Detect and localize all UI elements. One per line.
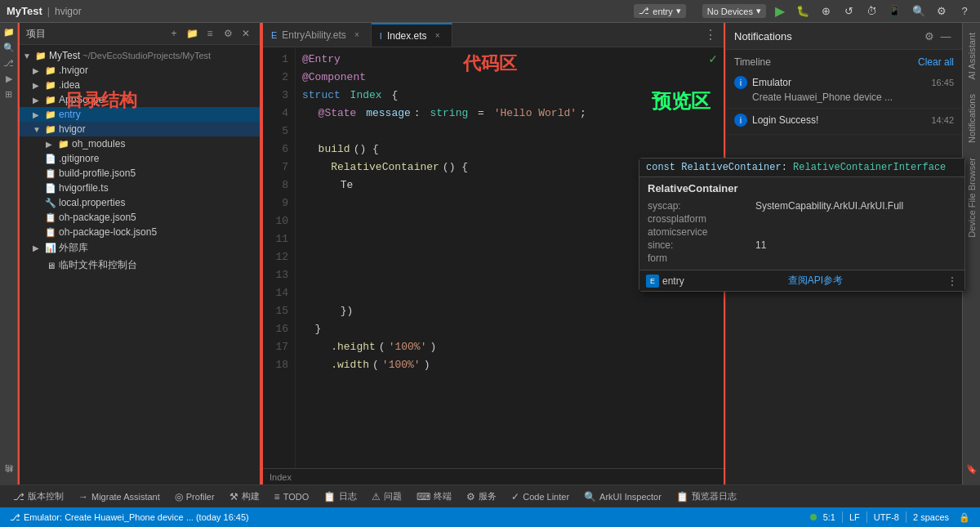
status-indent[interactable]: 2 spaces — [910, 509, 952, 525]
tree-root[interactable]: ▼ 📁 MyTest ~/DevEcoStudioProjects/MyTest — [20, 48, 260, 63]
status-dot-icon — [810, 514, 817, 520]
autocomplete-row-atomicservice: atomicservice — [648, 226, 956, 239]
device-entry-label: entry — [653, 7, 672, 16]
bottom-tool-build[interactable]: ⚒ 构建 — [223, 489, 266, 504]
app-title: MyTest — [7, 5, 42, 17]
list-item[interactable]: ▶ 📁 entry — [20, 107, 260, 122]
status-line-ending[interactable]: LF — [846, 509, 863, 525]
notif-item-header-emulator: i Emulator 16:45 — [734, 76, 954, 89]
profiler-icon: ◎ — [175, 491, 183, 502]
add-folder-button[interactable]: 📁 — [185, 26, 199, 41]
autocomplete-more-button[interactable]: ⋮ — [947, 275, 958, 288]
editor-bottom-label: Index — [263, 468, 724, 485]
git-side-icon[interactable]: ⎇ — [2, 56, 16, 70]
device-selector[interactable]: ⎇ entry ▾ — [634, 4, 685, 18]
status-emulator-info[interactable]: ⎇ Emulator: Create Huawei_Phone device .… — [7, 509, 252, 525]
bottom-tool-terminal[interactable]: ⌨ 终端 — [410, 489, 458, 504]
bottom-tool-problems[interactable]: ⚠ 问题 — [365, 489, 408, 504]
status-lock-icon[interactable]: 🔒 — [956, 509, 973, 525]
no-devices-selector[interactable]: No Devices ▾ — [702, 4, 766, 18]
list-item[interactable]: ▶ 🖥 临时文件和控制台 — [20, 257, 260, 274]
list-item[interactable]: ▶ 📋 oh-package.json5 — [20, 210, 260, 225]
editor-more-button[interactable]: ⋮ — [697, 27, 724, 42]
title-bar-left: MyTest | hvigor ⎇ entry ▾ No Devices ▾ ▶… — [7, 2, 903, 20]
reload-button[interactable]: ↺ — [840, 2, 858, 20]
notif-clear-all-button[interactable]: Clear all — [918, 56, 954, 68]
arkui-label: ArkUI Inspector — [599, 492, 662, 502]
bottom-tool-version[interactable]: ⎇ 版本控制 — [7, 489, 70, 504]
list-item[interactable]: ▶ 📁 oh_modules — [20, 136, 260, 151]
run-side-icon[interactable]: ▶ — [2, 71, 16, 86]
settings-button[interactable]: ⚙ — [933, 2, 951, 20]
code-line-2: @Component — [302, 69, 717, 87]
code-line-4: @State message: string = 'Hello World'; — [302, 105, 717, 123]
tab-entry-ability[interactable]: E EntryAbility.ets × — [263, 23, 372, 47]
close-tab-index[interactable]: × — [432, 30, 443, 42]
bottom-tool-services[interactable]: ⚙ 服务 — [460, 489, 503, 504]
file-explorer-icon[interactable]: 📁 — [2, 25, 16, 39]
title-bar: MyTest | hvigor ⎇ entry ▾ No Devices ▾ ▶… — [0, 0, 980, 23]
list-item[interactable]: ▶ 📋 build-profile.json5 — [20, 166, 260, 181]
list-item[interactable]: ▶ 📁 AppScope — [20, 92, 260, 107]
build-icon: ⚒ — [229, 491, 238, 502]
extensions-side-icon[interactable]: ⊞ — [2, 87, 16, 101]
notif-title-emulator: Emulator — [752, 77, 926, 88]
tab-index[interactable]: I Index.ets × — [372, 23, 452, 47]
list-item[interactable]: ▶ 📄 hvigorfile.ts — [20, 181, 260, 195]
attach-button[interactable]: ⊕ — [817, 2, 835, 20]
notif-item-emulator[interactable]: i Emulator 16:45 Create Huawei_Phone dev… — [726, 71, 962, 109]
bottom-tool-preview-log[interactable]: 📋 预览器日志 — [670, 489, 743, 504]
close-tree-button[interactable]: ✕ — [238, 26, 253, 41]
status-encoding[interactable]: UTF-8 — [871, 509, 902, 525]
ai-assistant-tab[interactable]: AI Assistant — [965, 26, 978, 86]
list-item[interactable]: ▶ 📊 外部库 — [20, 239, 260, 257]
code-line-17: .height('100%') — [302, 338, 717, 356]
settings-tree-button[interactable]: ⚙ — [220, 26, 235, 41]
migrate-label: Migrate Assistant — [91, 492, 160, 502]
preview-log-icon: 📋 — [676, 491, 688, 502]
bottom-tool-profiler[interactable]: ◎ Profiler — [168, 489, 221, 504]
list-item[interactable]: ▶ 📁 .idea — [20, 78, 260, 92]
profile-button[interactable]: ⏱ — [862, 2, 880, 20]
chevron-down-icon: ▾ — [676, 6, 681, 16]
version-icon: ⎇ — [13, 491, 24, 502]
debug-button[interactable]: 🐛 — [794, 2, 812, 20]
bookmarks-tab[interactable]: 🔖 — [964, 458, 979, 481]
notifications-side-tab[interactable]: Notifications — [965, 87, 978, 150]
profiler-label: Profiler — [186, 492, 215, 502]
bottom-tool-arkui[interactable]: 🔍 ArkUI Inspector — [577, 489, 668, 504]
notif-time-login: 14:42 — [931, 115, 954, 125]
device-manager-button[interactable]: 📱 — [885, 2, 903, 20]
run-button[interactable]: ▶ — [771, 2, 789, 20]
close-tab-entry[interactable]: × — [351, 29, 363, 41]
list-item[interactable]: ▶ 📋 oh-package-lock.json5 — [20, 225, 260, 239]
notif-item-login[interactable]: i Login Success! 14:42 — [726, 109, 962, 135]
bottom-tool-todo[interactable]: ≡ TODO — [268, 489, 316, 504]
title-bar-right: 🔍 ⚙ ? — [910, 2, 973, 20]
notifications-close-button[interactable]: — — [938, 28, 954, 44]
search-side-icon[interactable]: 🔍 — [2, 40, 16, 55]
structure-tab[interactable]: 结构 — [2, 475, 16, 485]
terminal-label: 终端 — [434, 490, 452, 502]
bottom-tool-log[interactable]: 📋 日志 — [317, 489, 363, 504]
api-reference-link[interactable]: 查阅API参考 — [788, 274, 843, 288]
help-button[interactable]: ? — [956, 2, 973, 20]
autocomplete-title: RelativeContainer — [648, 182, 956, 194]
autocomplete-entry-text: entry — [662, 275, 684, 287]
notifications-settings-button[interactable]: ⚙ — [921, 28, 938, 44]
code-line-18: .width('100%') — [302, 356, 717, 374]
notifications-header: Notifications ⚙ — — [726, 23, 962, 50]
file-tree-content: ▼ 📁 MyTest ~/DevEcoStudioProjects/MyTest… — [20, 45, 260, 485]
add-file-button[interactable]: + — [167, 26, 181, 41]
list-item[interactable]: ▶ 📁 .hvigor — [20, 63, 260, 78]
bottom-tool-migrate[interactable]: → Migrate Assistant — [72, 489, 167, 504]
list-item[interactable]: ▶ 📄 .gitignore — [20, 151, 260, 166]
device-file-browser-tab[interactable]: Device File Browser — [965, 151, 978, 244]
search-button[interactable]: 🔍 — [910, 2, 928, 20]
list-item[interactable]: ▼ 📁 hvigor — [20, 122, 260, 136]
collapse-button[interactable]: ≡ — [203, 26, 217, 41]
bottom-tool-codelinter[interactable]: ✓ Code Linter — [505, 489, 576, 504]
list-item[interactable]: ▶ 🔧 local.properties — [20, 195, 260, 210]
status-cursor-pos[interactable]: 5:1 — [820, 509, 839, 525]
status-right: 5:1 LF UTF-8 2 spaces 🔒 — [810, 509, 973, 525]
